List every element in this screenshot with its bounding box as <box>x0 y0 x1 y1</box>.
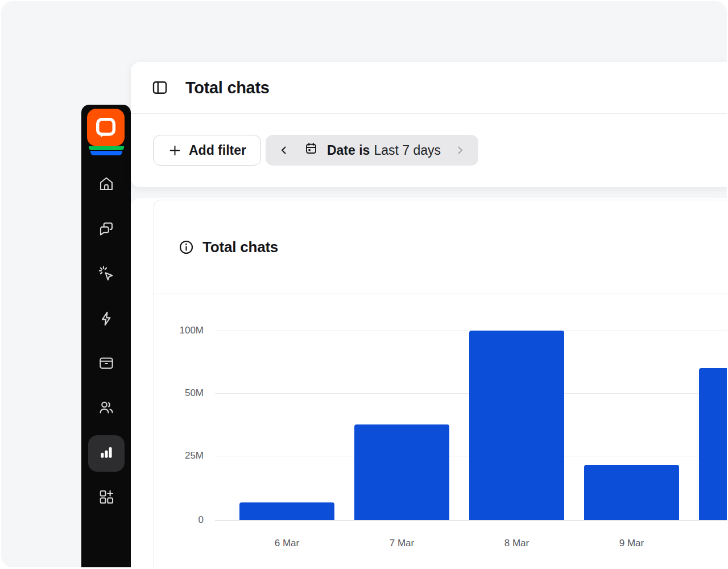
logo-blue-strip <box>90 151 122 155</box>
livechat-logo[interactable] <box>86 109 126 155</box>
title-row: Total chats <box>131 62 727 114</box>
sidebar-item-automate[interactable] <box>93 306 120 333</box>
x-axis-label: 9 Mar <box>584 538 679 549</box>
gridline <box>215 520 727 521</box>
info-icon[interactable] <box>178 239 195 255</box>
date-filter-chip[interactable]: Date is Last 7 days <box>266 135 478 166</box>
date-filter-prefix: Date is <box>327 143 370 158</box>
chart-bar[interactable] <box>239 502 334 520</box>
add-filter-button[interactable]: Add filter <box>153 135 261 166</box>
add-filter-label: Add filter <box>189 143 246 158</box>
app-frame: Total chats Add filter Date is Last 7 da… <box>1 1 727 567</box>
chevron-right-icon[interactable] <box>453 143 467 157</box>
apps-plus-icon <box>98 488 115 508</box>
panel-toggle-icon[interactable] <box>151 79 168 96</box>
page-title: Total chats <box>185 79 270 97</box>
sidebar-item-archives[interactable] <box>93 350 120 377</box>
chart-bar[interactable] <box>354 424 449 520</box>
archive-icon <box>98 354 115 373</box>
calendar-icon <box>304 142 321 159</box>
chart-plot-area: 025M50M100M6 Mar7 Mar8 Mar9 Mar <box>154 295 727 567</box>
logo-green-strip <box>89 146 124 150</box>
livechat-logo-icon <box>87 109 125 146</box>
team-icon <box>98 399 115 418</box>
x-axis-label: 7 Mar <box>354 538 449 549</box>
header-card: Total chats Add filter Date is Last 7 da… <box>131 62 727 187</box>
chats-icon <box>98 220 115 240</box>
sidebar <box>81 105 131 567</box>
sidebar-item-engage[interactable] <box>93 261 120 288</box>
y-axis-label: 50M <box>154 387 204 399</box>
sidebar-item-team[interactable] <box>93 395 120 422</box>
y-axis-label: 0 <box>154 514 204 526</box>
sidebar-item-home[interactable] <box>93 171 120 199</box>
spark-cursor-icon <box>98 265 115 284</box>
date-filter-value: Last 7 days <box>374 143 441 158</box>
home-icon <box>98 175 115 195</box>
y-axis-label: 100M <box>154 325 204 336</box>
chart-title: Total chats <box>202 238 278 256</box>
chart-bar[interactable] <box>699 368 727 520</box>
y-axis-label: 25M <box>154 450 204 461</box>
lightning-icon <box>98 310 115 329</box>
x-axis-label: 6 Mar <box>239 538 334 549</box>
sidebar-item-chats[interactable] <box>93 216 120 244</box>
bar-chart-icon <box>97 443 115 464</box>
chart-card: Total chats 025M50M100M6 Mar7 Mar8 Mar9 … <box>154 200 727 567</box>
chart-bar[interactable] <box>469 331 564 520</box>
sidebar-item-apps[interactable] <box>93 484 120 512</box>
chart-card-header: Total chats <box>154 200 727 294</box>
plus-icon <box>168 143 182 158</box>
x-axis-label: 8 Mar <box>469 538 564 549</box>
filter-row: Add filter Date is Last 7 days <box>131 114 727 187</box>
chart-bar[interactable] <box>584 465 679 520</box>
chevron-left-icon[interactable] <box>277 143 291 157</box>
sidebar-item-reports[interactable] <box>88 435 125 472</box>
